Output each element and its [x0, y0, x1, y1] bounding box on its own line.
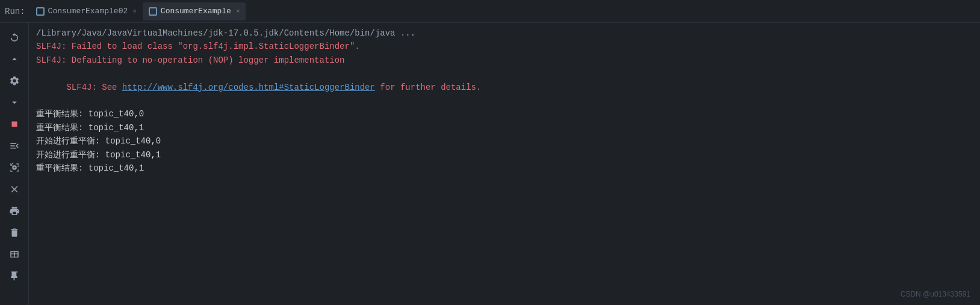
- slf4j-link[interactable]: http://www.slf4j.org/codes.html#StaticLo…: [122, 83, 375, 92]
- console-line-5: 重平衡结果: topic_t40,0: [36, 107, 973, 121]
- left-toolbar: [0, 23, 29, 305]
- settings-button[interactable]: [5, 71, 24, 90]
- screenshot-button[interactable]: [5, 158, 24, 177]
- slf4j-suffix: for further details.: [375, 83, 481, 92]
- slf4j-prefix: SLF4J: See: [66, 83, 122, 92]
- console-line-3: SLF4J: Defaulting to no-operation (NOP) …: [36, 54, 973, 67]
- console-line-9: 重平衡结果: topic_t40,1: [36, 162, 973, 175]
- console-output[interactable]: /Library/Java/JavaVirtualMachines/jdk-17…: [29, 23, 980, 305]
- tab-icon-2: [149, 7, 157, 16]
- tab-bar: Run: ConsumerExample02 × ConsumerExample…: [0, 0, 980, 23]
- tab-close-1[interactable]: ×: [132, 8, 137, 15]
- scroll-down-button[interactable]: [5, 93, 24, 112]
- pin-button[interactable]: [5, 266, 24, 286]
- trash-button[interactable]: [5, 223, 24, 242]
- watermark: CSDN @u013433591: [901, 289, 970, 300]
- layout-button[interactable]: [5, 245, 24, 264]
- console-line-8: 开始进行重平衡: topic_t40,1: [36, 148, 973, 162]
- tab-close-2[interactable]: ×: [236, 8, 240, 15]
- tab-label-2: ConsumerExample: [161, 7, 231, 16]
- stop-button[interactable]: [5, 115, 24, 134]
- console-line-7: 开始进行重平衡: topic_t40,0: [36, 134, 973, 148]
- close-input-button[interactable]: [5, 180, 24, 199]
- scroll-up-button[interactable]: [5, 49, 24, 69]
- dump-threads-button[interactable]: [5, 136, 24, 156]
- tab-consumer-example-02[interactable]: ConsumerExample02 ×: [30, 2, 143, 20]
- tab-consumer-example[interactable]: ConsumerExample ×: [143, 2, 246, 20]
- console-line-4: SLF4J: See http://www.slf4j.org/codes.ht…: [36, 67, 973, 107]
- tab-icon-1: [36, 7, 45, 16]
- tab-label-1: ConsumerExample02: [48, 7, 128, 16]
- console-line-1: /Library/Java/JavaVirtualMachines/jdk-17…: [36, 27, 973, 40]
- console-line-6: 重平衡结果: topic_t40,1: [36, 121, 973, 134]
- main-area: /Library/Java/JavaVirtualMachines/jdk-17…: [0, 23, 980, 305]
- print-button[interactable]: [5, 201, 24, 221]
- rerun-button[interactable]: [5, 28, 24, 47]
- run-label: Run:: [5, 7, 25, 16]
- console-line-2: SLF4J: Failed to load class "org.slf4j.i…: [36, 40, 973, 53]
